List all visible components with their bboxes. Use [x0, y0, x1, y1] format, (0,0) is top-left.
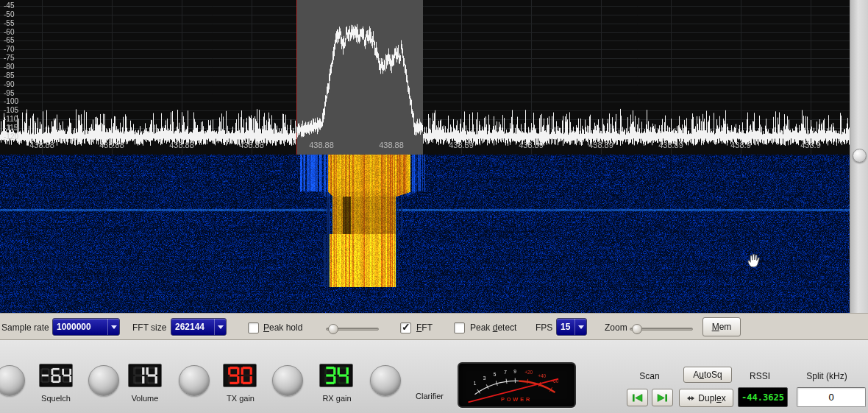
- squelch-knob[interactable]: [0, 365, 25, 396]
- db-label: -60: [4, 29, 14, 36]
- chevron-down-icon: [574, 319, 586, 335]
- svg-text:1: 1: [474, 381, 477, 386]
- svg-text:POWER: POWER: [501, 396, 532, 403]
- squelch-label: Squelch: [33, 394, 79, 403]
- db-label: -90: [4, 81, 14, 88]
- freq-label: 438.88: [301, 141, 342, 149]
- clarifier-label: Clarifier: [409, 392, 450, 400]
- scan-down-button[interactable]: [627, 389, 648, 406]
- mem-button[interactable]: Mem: [702, 317, 741, 336]
- db-label: -65: [4, 37, 14, 44]
- freq-label: 438.88: [371, 141, 412, 149]
- volume-display: [128, 364, 162, 387]
- clarifier-knob[interactable]: [370, 365, 401, 396]
- sample-rate-label: Sample rate: [1, 322, 49, 333]
- skip-forward-icon: [656, 393, 669, 403]
- slider-handle[interactable]: [328, 324, 338, 334]
- peak-detect-checkbox[interactable]: [454, 322, 465, 333]
- zoom-slider[interactable]: [630, 324, 693, 334]
- freq-label: 438.89: [650, 141, 691, 149]
- tx-gain-label: TX gain: [218, 394, 263, 403]
- db-label: -45: [4, 2, 14, 10]
- peak-detect-label[interactable]: Peak detect: [470, 322, 516, 333]
- db-label: -95: [4, 90, 14, 97]
- radio-control-panel: Squelch Volume TX gain RX gain Clarifier…: [0, 340, 868, 413]
- spectrum-canvas[interactable]: [0, 0, 850, 155]
- freq-label: 438.88: [21, 141, 63, 149]
- skip-back-icon: [631, 393, 644, 403]
- peak-hold-label[interactable]: Peak hold: [263, 322, 302, 333]
- svg-text:7: 7: [504, 370, 507, 375]
- fft-size-label: FFT size: [132, 322, 166, 333]
- rssi-display: -44.3625: [738, 387, 788, 407]
- svg-text:9: 9: [513, 369, 516, 374]
- averaging-slider[interactable]: [326, 324, 379, 334]
- autosq-button[interactable]: AutoSq: [683, 367, 732, 383]
- db-label: -55: [4, 20, 14, 27]
- scan-label: Scan: [631, 371, 668, 381]
- db-label: -100: [4, 98, 18, 105]
- volume-label: Volume: [123, 394, 167, 403]
- freq-label: 438.89: [511, 141, 552, 149]
- svg-text:+40: +40: [538, 373, 546, 378]
- fft-size-value: 262144: [171, 319, 214, 335]
- peak-hold-checkbox[interactable]: [248, 322, 259, 333]
- chevron-down-icon: [107, 319, 119, 335]
- svg-text:3: 3: [483, 375, 486, 381]
- waterfall-display[interactable]: [0, 155, 850, 313]
- fft-checkbox[interactable]: [400, 322, 411, 333]
- db-label: -105: [4, 107, 18, 114]
- freq-label: 438.88: [231, 141, 272, 149]
- waterfall-canvas[interactable]: [0, 155, 850, 313]
- vertical-scrollbar[interactable]: [850, 0, 868, 313]
- fps-label: FPS: [536, 322, 552, 333]
- duplex-icon: [686, 394, 695, 403]
- fps-value: 15: [557, 319, 574, 335]
- split-khz-input[interactable]: [797, 387, 866, 407]
- sample-rate-value: 1000000: [53, 319, 107, 335]
- freq-label: 438.89: [580, 141, 622, 149]
- rx-gain-display: [319, 364, 353, 387]
- fft-spectrum-display[interactable]: -45-50-55-60-65-70-75-80-85-90-95-100-10…: [0, 0, 850, 155]
- fps-combo[interactable]: 15: [556, 318, 587, 336]
- freq-label: 438.9: [720, 141, 761, 149]
- svg-text:+20: +20: [524, 370, 533, 375]
- tx-gain-knob[interactable]: [179, 365, 210, 396]
- volume-knob[interactable]: [88, 365, 119, 396]
- zoom-label: Zoom: [605, 322, 627, 333]
- squelch-display: [39, 364, 73, 387]
- db-label: -80: [4, 63, 14, 71]
- slider-handle[interactable]: [632, 324, 642, 334]
- freq-label: 438.9: [790, 141, 831, 149]
- fft-label[interactable]: FFT: [416, 322, 433, 333]
- duplex-button[interactable]: Duplex: [679, 389, 733, 407]
- freq-label: 438.88: [91, 141, 132, 149]
- freq-label: 438.89: [441, 141, 482, 149]
- rssi-value: -44.3625: [741, 392, 784, 403]
- scrollbar-thumb[interactable]: [853, 149, 867, 163]
- db-label: -75: [4, 54, 14, 62]
- power-meter: 13579+20+40+60POWER: [458, 362, 576, 408]
- svg-text:5: 5: [494, 372, 497, 377]
- rx-gain-knob[interactable]: [272, 365, 303, 396]
- db-label: -70: [4, 46, 14, 53]
- chevron-down-icon: [214, 319, 226, 335]
- sdr-application: -45-50-55-60-65-70-75-80-85-90-95-100-10…: [0, 0, 868, 413]
- freq-label: 438.88: [161, 141, 202, 149]
- db-label: -110: [4, 116, 18, 123]
- sample-rate-combo[interactable]: 1000000: [52, 318, 120, 336]
- db-label: -120: [4, 133, 18, 141]
- db-label: -115: [4, 124, 18, 132]
- db-label: -85: [4, 72, 14, 80]
- fft-size-combo[interactable]: 262144: [171, 318, 227, 336]
- split-khz-label: Split (kHz): [797, 371, 856, 381]
- db-label: -50: [4, 11, 14, 18]
- rssi-label: RSSI: [741, 371, 778, 381]
- rx-gain-label: RX gain: [315, 394, 359, 403]
- tx-gain-display: [223, 364, 257, 387]
- display-control-bar: Sample rate 1000000 FFT size 262144 Peak…: [0, 313, 868, 340]
- scan-up-button[interactable]: [652, 389, 673, 406]
